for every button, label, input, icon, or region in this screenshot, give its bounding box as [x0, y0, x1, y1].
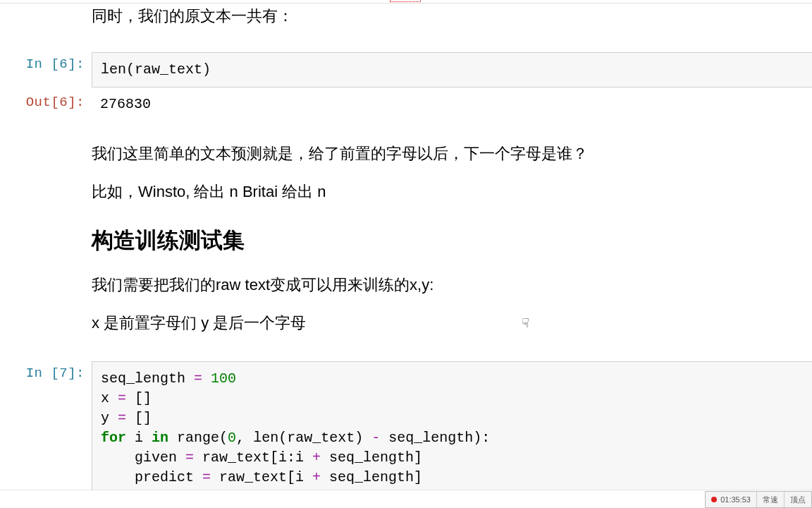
markdown-cell[interactable]: 同时，我们的原文本一共有：: [0, 0, 812, 47]
code-cell-6[interactable]: In [6]: len(raw_text): [0, 52, 812, 87]
jupyter-notebook: 同时，我们的原文本一共有： In [6]: len(raw_text) Out[…: [0, 0, 812, 490]
output-row-6: Out[6]: 276830: [0, 90, 812, 118]
in-prompt: In [7]:: [0, 361, 92, 490]
markdown-text: x 是前置字母们 y 是后一个字母: [92, 311, 812, 335]
cell-output: 276830: [92, 90, 812, 118]
bottom-divider: [0, 490, 812, 490]
markdown-text: 我们这里简单的文本预测就是，给了前置的字母以后，下一个字母是谁？: [92, 142, 812, 166]
markdown-text: 同时，我们的原文本一共有：: [92, 4, 812, 28]
record-status[interactable]: 01:35:53: [706, 492, 756, 507]
markdown-text: 我们需要把我们的raw text变成可以用来训练的x,y:: [92, 273, 812, 297]
peak-button[interactable]: 顶点: [784, 492, 811, 507]
recorder-widget[interactable]: 01:35:53 常速 顶点: [705, 491, 812, 508]
speed-button[interactable]: 常速: [756, 492, 784, 507]
markdown-cell[interactable]: 我们这里简单的文本预测就是，给了前置的字母以后，下一个字母是谁？ 比如，Wins…: [0, 138, 812, 353]
code-input[interactable]: seq_length = 100x = []y = []for i in ran…: [92, 361, 812, 490]
markdown-heading: 构造训练测试集: [92, 224, 812, 258]
code-cell-7[interactable]: In [7]: seq_length = 100x = []y = []for …: [0, 361, 812, 490]
record-dot-icon: [711, 497, 717, 502]
code-input[interactable]: len(raw_text): [92, 52, 812, 87]
in-prompt: In [6]:: [0, 52, 92, 87]
out-prompt: Out[6]:: [0, 90, 92, 118]
markdown-text: 比如，Winsto, 给出 n Britai 给出 n: [92, 180, 812, 204]
record-time: 01:35:53: [720, 495, 751, 504]
